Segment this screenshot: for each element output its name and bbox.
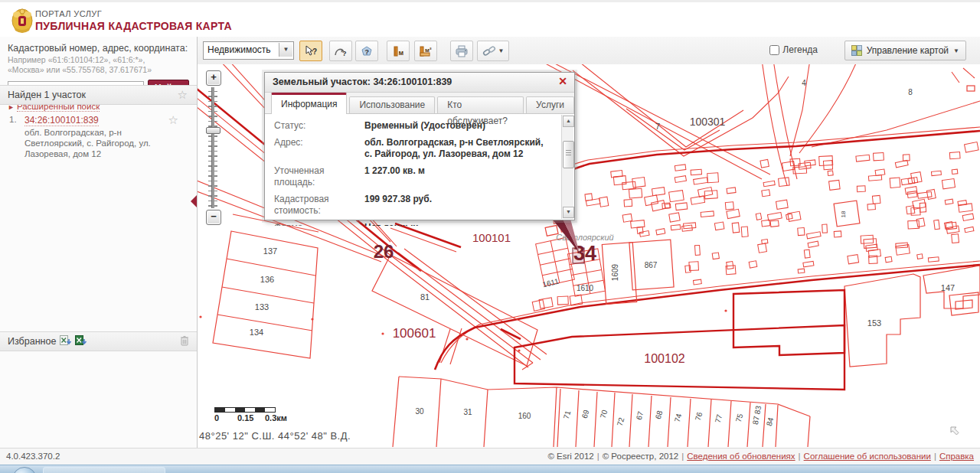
search-label: Кадастровый номер, адрес, координата: <box>8 43 189 54</box>
layer-select[interactable]: Недвижимость ▼ <box>203 41 294 60</box>
cursor-coordinates: 48°25' 12" С.Ш. 44°52' 48" В.Д. <box>199 430 351 442</box>
tab-who-services[interactable]: Кто обслуживает? <box>437 96 524 113</box>
export-excel-icon[interactable] <box>60 335 72 346</box>
agreement-link[interactable]: Соглашение об использовании <box>804 452 931 461</box>
select-arrow-icon[interactable]: ▼ <box>279 43 292 57</box>
favorite-star-icon[interactable]: ☆ <box>168 113 178 127</box>
link-chain-icon <box>482 45 496 57</box>
info-row-area: Уточненная площадь: 1 227.00 кв. м <box>274 165 551 188</box>
map-label-1610: 1610 <box>577 284 594 292</box>
map-label-867: 867 <box>645 261 658 269</box>
identify-cursor-tool[interactable]: ? <box>299 41 322 61</box>
map-label-70: 70 <box>599 409 609 419</box>
help-link[interactable]: Справка <box>939 452 974 461</box>
popup-title-bar[interactable]: Земельный участок: 34:26:100101:839 ✕ <box>265 73 574 93</box>
scale-end: 0.3км <box>265 413 287 422</box>
result-cadastral-link[interactable]: 34:26:100101:839 <box>24 115 99 126</box>
tab-usage[interactable]: Использование <box>349 96 435 113</box>
large-building-outline[interactable] <box>733 290 844 355</box>
map-label-147: 147 <box>941 283 955 292</box>
map-label-75: 75 <box>734 413 745 423</box>
zoom-in-button[interactable]: + <box>206 70 221 86</box>
legend-checkbox[interactable] <box>769 45 779 55</box>
app-header: ПОРТАЛ УСЛУГ ПУБЛИЧНАЯ КАДАСТРОВАЯ КАРТА <box>0 0 980 40</box>
map-label-84: 84 <box>765 416 776 427</box>
favorite-all-star-icon[interactable]: ☆ <box>178 86 188 104</box>
tab-information[interactable]: Информация <box>271 93 347 114</box>
scroll-down-icon[interactable]: ▼ <box>563 207 574 218</box>
export-excel-green-icon[interactable] <box>75 335 87 346</box>
dropdown-arrow-icon: ▼ <box>953 47 959 54</box>
svg-text:?: ? <box>312 47 317 56</box>
svg-text:?: ? <box>342 50 347 57</box>
map-label-81: 81 <box>420 292 430 302</box>
map-point-marks <box>199 309 727 351</box>
legend-label: Легенда <box>782 44 818 55</box>
zoom-out-button[interactable]: − <box>206 210 221 225</box>
link-tool[interactable]: ▼ <box>477 41 509 61</box>
svg-text:м: м <box>399 49 404 57</box>
svg-text:м²: м² <box>425 47 432 54</box>
map-label-77: 77 <box>714 413 724 424</box>
favorites-header: Избранное <box>0 331 197 351</box>
scroll-thumb[interactable] <box>563 141 574 168</box>
scale-mid: 0.15 <box>237 413 253 422</box>
map-label-134: 134 <box>250 328 263 337</box>
map-label-71: 71 <box>562 409 573 420</box>
trash-icon[interactable] <box>180 335 189 346</box>
info-row-cadastral-value: Кадастровая стоимость: 199 927.38 руб. <box>274 194 551 217</box>
updates-link[interactable]: Сведения об обновлениях <box>687 452 795 461</box>
measure-area-tool[interactable]: м² <box>414 41 437 61</box>
popup-close-button[interactable]: ✕ <box>557 76 569 88</box>
info-row-ownership: Форма собственности: Нет данных <box>274 222 551 226</box>
app-version: 4.0.423.370.2 <box>6 452 60 461</box>
footer-links: © Esri 2012|© Росреестр, 2012|Сведения о… <box>547 452 974 461</box>
map-label-136: 136 <box>260 275 274 284</box>
zoom-track[interactable] <box>208 87 217 208</box>
map-label-137: 137 <box>263 246 277 256</box>
map-label-30: 30 <box>415 407 424 416</box>
map-label-67: 67 <box>635 410 645 421</box>
zoom-thumb[interactable] <box>206 127 220 134</box>
sidebar-collapse-arrow[interactable] <box>191 195 197 207</box>
popup-title-text: Земельный участок: 34:26:100101:839 <box>273 77 452 87</box>
sidebar: Кадастровый номер, адрес, координата: На… <box>0 37 198 448</box>
layers-grid-icon <box>851 45 862 56</box>
map-label-7: 7 <box>655 122 660 131</box>
taskbar-button[interactable] <box>43 467 165 473</box>
ruler-m-icon: м <box>392 45 404 57</box>
measure-path-tool[interactable]: ? <box>329 41 352 61</box>
print-tool[interactable] <box>450 41 473 61</box>
rosreestr-eagle-logo <box>11 7 34 34</box>
measure-distance-tool[interactable]: м <box>387 41 410 61</box>
results-header: Найден 1 участок ☆ <box>0 85 197 105</box>
result-address: обл. Волгоградская, р-н Светлоярский, с.… <box>24 127 170 159</box>
tab-services[interactable]: Услуги <box>526 96 574 113</box>
scale-bar: 0 0.15 0.3км <box>214 407 276 423</box>
zoom-slider[interactable]: + − <box>205 70 222 225</box>
map-label-1609: 1609 <box>611 263 619 281</box>
north-west-arrow-icon[interactable] <box>949 426 960 436</box>
copyright-esri: © Esri 2012 <box>547 452 593 461</box>
cursor-question-icon: ? <box>304 45 318 57</box>
map-label-1611: 1611 <box>541 277 560 289</box>
map-label-133: 133 <box>255 302 269 312</box>
copyright-rosreestr: © Росреестр, 2012 <box>603 452 679 461</box>
identify-polygon-tool[interactable]: ? <box>355 41 378 61</box>
start-orb-icon[interactable] <box>12 467 37 473</box>
map-label-87-83: 87 83 <box>751 405 763 426</box>
legend-toggle[interactable]: Легенда <box>769 44 818 55</box>
popup-tabs: Информация Использование Кто обслуживает… <box>265 93 574 114</box>
map-label-68: 68 <box>654 409 665 420</box>
ruler-m2-icon: м² <box>419 45 433 57</box>
map-toolbar: Недвижимость ▼ ? ? ? <box>198 37 980 65</box>
search-hint-2: «Москва» или «55.755768, 37.617671» <box>8 65 189 75</box>
map-label-4: 4 <box>802 79 806 87</box>
map-control-button[interactable]: Управление картой ▼ <box>844 41 966 60</box>
map-parcels-thick[interactable] <box>514 290 844 390</box>
map-label-100601: 100601 <box>393 326 436 341</box>
scroll-up-icon[interactable]: ▲ <box>563 116 574 127</box>
popup-scrollbar[interactable]: ▲ ▼ <box>561 115 573 219</box>
map-canvas[interactable]: 1371361331342681100601100101Светлоярский… <box>198 64 980 448</box>
os-taskbar-edge <box>0 465 980 473</box>
